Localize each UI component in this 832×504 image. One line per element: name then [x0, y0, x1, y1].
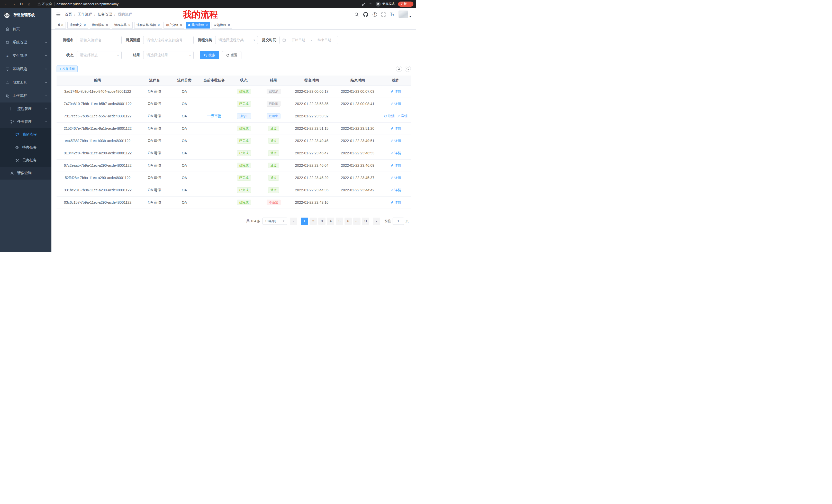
search-icon	[204, 54, 207, 57]
cell-process-name: OA 请假	[139, 122, 170, 135]
close-icon[interactable]: ×	[106, 23, 108, 27]
detail-link[interactable]: 详情	[391, 163, 401, 168]
reset-button[interactable]: 重置	[222, 51, 241, 59]
tab-item[interactable]: 流程表单-编辑×	[134, 22, 162, 29]
page-button[interactable]: 5	[336, 218, 343, 225]
update-button[interactable]: 更新 ⋮	[398, 2, 413, 7]
user-avatar[interactable]: ▼	[398, 10, 411, 18]
close-icon[interactable]: ×	[84, 23, 86, 27]
result-select[interactable]: 请选择流结果 ▼	[143, 51, 193, 59]
detail-link[interactable]: 详情	[391, 200, 401, 205]
detail-link[interactable]: 详情	[391, 138, 401, 143]
page-ellipsis[interactable]: ···	[353, 218, 361, 225]
bookmark-star-icon[interactable]: ☆	[369, 2, 372, 6]
status-badge: 已完成	[237, 200, 251, 205]
cell-current-task	[199, 135, 230, 147]
cell-current-task	[199, 85, 230, 97]
category-select[interactable]: 请选择流程分类 ▼	[215, 36, 258, 44]
sidebar-collapse-icon[interactable]	[56, 12, 61, 17]
help-icon[interactable]: ?	[372, 12, 377, 17]
tab-item[interactable]: 流程表单×	[112, 22, 133, 29]
tab-item[interactable]: 流程模型×	[90, 22, 110, 29]
cancel-link[interactable]: 取消	[384, 114, 395, 118]
breadcrumb-item[interactable]: 工作流程	[78, 12, 92, 17]
detail-link[interactable]: 详情	[391, 175, 401, 180]
chevron-up-icon	[45, 120, 47, 123]
table-row: 2152467e-7b9b-11ec-9a1b-acde48001122OA 请…	[57, 122, 411, 135]
close-icon[interactable]: ×	[228, 23, 230, 27]
tab-item[interactable]: 流程定义×	[67, 22, 88, 29]
forward-button[interactable]: →	[10, 1, 17, 7]
sidebar-item[interactable]: 研发工具	[0, 76, 51, 89]
search-icon[interactable]	[354, 12, 359, 17]
sidebar-item[interactable]: 系统管理	[0, 36, 51, 49]
font-size-icon[interactable]: TT	[390, 12, 394, 17]
sidebar-item[interactable]: 基础设施	[0, 62, 51, 76]
task-link[interactable]: 一级审批	[207, 114, 222, 118]
page-button[interactable]: 1	[301, 218, 308, 225]
fullscreen-icon[interactable]	[381, 12, 386, 17]
tab-item[interactable]: 用户分组×	[163, 22, 184, 29]
detail-link[interactable]: 详情	[397, 114, 408, 118]
sidebar-item[interactable]: 已办任务	[0, 154, 51, 167]
page-button[interactable]: 11	[362, 218, 369, 225]
table-refresh-button[interactable]	[405, 66, 411, 72]
sidebar-item[interactable]: 工作流程	[0, 89, 51, 103]
detail-link[interactable]: 详情	[391, 102, 401, 106]
tab-item[interactable]: 首页	[55, 22, 66, 29]
cell-actions: 详情	[381, 147, 411, 159]
search-button[interactable]: 搜索	[200, 51, 219, 59]
page-button[interactable]: 2	[310, 218, 317, 225]
sidebar-item[interactable]: 我的流程	[0, 128, 51, 141]
cell-category: OA	[170, 184, 199, 196]
github-icon[interactable]	[363, 12, 368, 17]
table-row: 3ad174fb-7b9d-11ec-8404-acde48001122OA 请…	[57, 85, 411, 97]
page-size-select[interactable]: 10条/页 ▼	[262, 218, 287, 225]
not-secure-warning: 不安全	[37, 2, 52, 6]
breadcrumb-item[interactable]: 任务管理	[98, 12, 112, 17]
create-process-button[interactable]: + 发起流程	[57, 65, 78, 72]
sidebar-item[interactable]: 请假查询	[0, 167, 51, 179]
detail-link[interactable]: 详情	[391, 89, 401, 94]
breadcrumb-item[interactable]: 首页	[65, 12, 72, 17]
warning-icon	[37, 2, 41, 6]
goto-page-input[interactable]	[393, 218, 404, 225]
home-button[interactable]: ⌂	[26, 1, 32, 7]
sidebar-item[interactable]: 任务管理	[0, 115, 51, 128]
tab-item[interactable]: 我的流程×	[186, 22, 210, 29]
key-icon[interactable]	[362, 2, 366, 6]
parent-process-input[interactable]	[143, 36, 193, 44]
sidebar-item[interactable]: 流程管理	[0, 103, 51, 115]
cell-process-name: OA 请假	[139, 85, 170, 97]
tab-label: 流程表单-编辑	[136, 23, 156, 27]
tab-item[interactable]: 发起流程×	[212, 22, 232, 29]
sidebar-item[interactable]: 首页	[0, 22, 51, 36]
close-icon[interactable]: ×	[180, 23, 182, 27]
close-icon[interactable]: ×	[206, 23, 208, 27]
next-page-button[interactable]: ›	[373, 218, 380, 225]
detail-link[interactable]: 详情	[391, 188, 401, 192]
detail-link[interactable]: 详情	[391, 126, 401, 131]
status-select[interactable]: 请选择状态 ▼	[77, 51, 122, 59]
table-search-button[interactable]	[396, 66, 402, 72]
back-button[interactable]: ←	[3, 1, 9, 7]
page-button[interactable]: 6	[344, 218, 352, 225]
table-row: ec45f38f-7b9a-11ec-b03b-acde48001122OA 请…	[57, 135, 411, 147]
cell-result: 通过	[258, 184, 289, 196]
detail-link[interactable]: 详情	[391, 151, 401, 156]
address-bar[interactable]: 不安全 dashboard.yudao.iocoder.cn/bpm/task/…	[37, 2, 119, 6]
cell-status: 已完成	[230, 184, 258, 196]
browser-menu-icon[interactable]: ⋮	[409, 2, 412, 6]
reload-button[interactable]: ↻	[18, 1, 25, 7]
sidebar-item[interactable]: 待办任务	[0, 141, 51, 154]
sidebar-item[interactable]: ¥支付管理	[0, 49, 51, 62]
close-icon[interactable]: ×	[128, 23, 130, 27]
cell-id: 331bc281-7b9a-11ec-a290-acde48001122	[57, 184, 139, 196]
cell-submit-time: 2022-01-22 23:51:15	[289, 122, 335, 135]
process-name-input[interactable]	[77, 36, 122, 44]
page-button[interactable]: 4	[327, 218, 334, 225]
close-icon[interactable]: ×	[158, 23, 160, 27]
page-button[interactable]: 3	[318, 218, 326, 225]
date-range-picker[interactable]: 开始日期 - 结束日期	[280, 36, 338, 44]
prev-page-button[interactable]: ‹	[290, 218, 297, 225]
